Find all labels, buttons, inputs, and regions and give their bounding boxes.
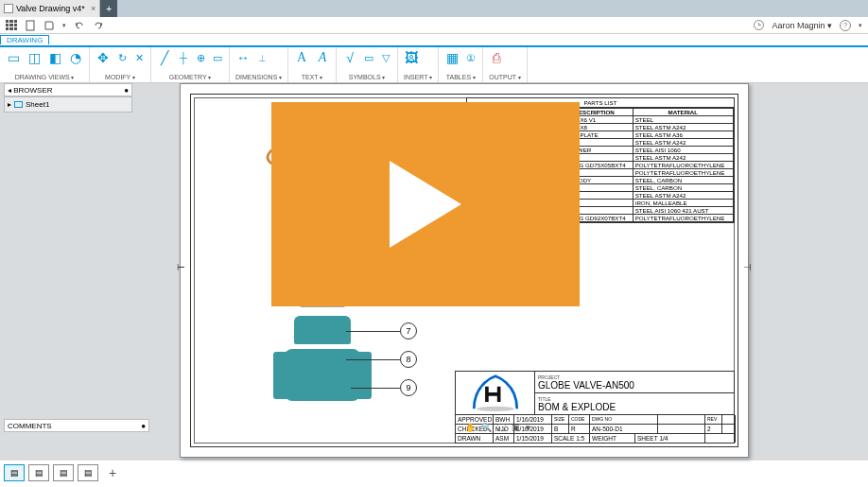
data-panel-icon[interactable] [6, 20, 17, 31]
title-block[interactable]: PROJECT GLOBE VALVE-AN500 TITLE BOM & EX… [455, 371, 735, 444]
table-cell: IRON, MALLEABLE [633, 200, 733, 207]
group-output: ⎙ OUTPUT [483, 47, 527, 82]
parts-list-header: MATERIAL [633, 109, 733, 116]
detail-view-icon[interactable]: ◔ [68, 49, 83, 66]
context-tab-row: DRAWING [0, 34, 868, 45]
flange-graphic [273, 352, 302, 399]
balloon[interactable]: 7 [400, 322, 417, 339]
nav-dropdown-icon[interactable]: ▾ [526, 423, 530, 432]
group-label[interactable]: DRAWING VIEWS [6, 74, 83, 80]
table-cell: POLYTETRAFLUOROETHYLENE [633, 169, 733, 177]
output-icon[interactable]: ⎙ [489, 49, 504, 66]
rotate-icon[interactable]: ↻ [116, 51, 128, 64]
table-cell: STEEL, CARBON [633, 184, 733, 192]
table-cell: POLYTETRAFLUOROETHYLENE [633, 162, 733, 169]
surface-icon[interactable]: √ [342, 49, 357, 66]
zoom-icon[interactable]: 🔍 [481, 423, 492, 432]
table-cell: STEEL [633, 116, 733, 124]
redo-icon[interactable] [93, 20, 104, 31]
pan-icon[interactable]: ✋ [465, 423, 476, 432]
table-cell: STEEL ASTM A36 [633, 131, 733, 139]
node-label: Sheet1 [26, 100, 49, 109]
base-view-icon[interactable]: ▭ [6, 49, 21, 66]
group-drawing-views: ▭ ◫ ◧ ◔ DRAWING VIEWS [0, 47, 90, 82]
centerline-icon[interactable]: ┼ [178, 51, 189, 64]
feature-frame-icon[interactable]: ▭ [363, 51, 374, 64]
fit-icon[interactable]: ▣ [512, 423, 520, 432]
group-tables: ▦ ① TABLES [439, 47, 483, 82]
balloon[interactable]: 9 [400, 379, 417, 396]
comments-collapse-icon[interactable]: ● [141, 422, 146, 430]
video-play-overlay[interactable] [271, 102, 580, 306]
group-dimensions: ↔ ⟂ DIMENSIONS [230, 47, 288, 82]
title-bar: Valve Drawing v4* × + [0, 0, 868, 17]
table-cell: STEEL ASTM A242 [633, 139, 733, 147]
ordinate-icon[interactable]: ⟂ [256, 51, 268, 64]
group-label[interactable]: OUTPUT [489, 74, 520, 80]
svg-rect-0 [26, 21, 34, 30]
company-logo [456, 372, 535, 414]
document-title: Valve Drawing v4* [16, 4, 85, 13]
table-icon[interactable]: ▦ [444, 49, 460, 66]
sheet-thumb-3[interactable]: ▤ [53, 464, 74, 481]
line-icon[interactable]: ╱ [157, 49, 172, 66]
sheet-thumb-2[interactable]: ▤ [28, 464, 49, 481]
add-sheet-button[interactable]: + [102, 464, 123, 481]
new-tab-button[interactable]: + [100, 0, 117, 17]
balloon-icon[interactable]: ① [465, 51, 477, 64]
clock-icon[interactable] [754, 20, 764, 30]
context-tab-drawing[interactable]: DRAWING [0, 35, 49, 44]
save-icon[interactable] [43, 20, 55, 31]
quick-access-bar: ▾ Aaron Magnin ▾ ? ▾ [0, 17, 868, 34]
browser-header[interactable]: ◂ BROWSER ● [4, 83, 132, 96]
bonnet-graphic [294, 316, 351, 344]
balloon[interactable]: 8 [400, 351, 417, 368]
leader-text-icon[interactable]: A [315, 49, 330, 66]
text-icon[interactable]: A [294, 49, 309, 66]
sheet-thumb-1[interactable]: ▤ [4, 464, 25, 481]
group-label[interactable]: SYMBOLS [342, 74, 391, 80]
zoom-window-icon[interactable]: ⛶ [497, 423, 506, 432]
delete-icon[interactable]: ✕ [133, 51, 145, 64]
section-mark-left: ⊢ [177, 262, 185, 272]
undo-icon[interactable] [74, 20, 85, 31]
titleblock-row-drawn: DRAWNASM1/15/2019 SCALE 1:5 WEIGHT SHEET… [456, 434, 734, 443]
ribbon-toolbar: ▭ ◫ ◧ ◔ DRAWING VIEWS ✥ ↻ ✕ MODIFY ╱ ┼ ⊕… [0, 45, 868, 83]
leader-line [351, 388, 400, 389]
comments-panel[interactable]: COMMENTS ● [4, 419, 149, 432]
group-label[interactable]: MODIFY [95, 74, 145, 80]
projected-view-icon[interactable]: ◫ [26, 49, 42, 66]
centermark-icon[interactable]: ⊕ [195, 51, 206, 64]
help-dropdown-icon[interactable]: ▾ [859, 22, 862, 29]
browser-collapse-icon[interactable]: ● [124, 86, 129, 95]
sheet-thumb-4[interactable]: ▤ [78, 464, 98, 481]
help-icon[interactable]: ? [840, 20, 851, 31]
group-label[interactable]: DIMENSIONS [235, 74, 282, 80]
comments-label: COMMENTS [8, 422, 52, 430]
expand-icon[interactable]: ▸ [8, 100, 11, 109]
table-cell: STEEL, CARBON [633, 177, 733, 184]
close-tab-icon[interactable]: × [91, 4, 95, 13]
group-label[interactable]: TABLES [444, 74, 477, 80]
document-icon [4, 4, 13, 13]
file-icon[interactable] [25, 20, 36, 31]
group-modify: ✥ ↻ ✕ MODIFY [90, 47, 151, 82]
user-menu[interactable]: Aaron Magnin ▾ [772, 21, 832, 30]
sheet-icon [14, 101, 23, 108]
sheet-thumbnail-bar: ▤ ▤ ▤ ▤ + [4, 464, 123, 481]
move-icon[interactable]: ✥ [95, 49, 111, 66]
image-icon[interactable]: 🖼 [404, 49, 419, 66]
group-label[interactable]: INSERT [404, 74, 432, 80]
table-cell: STEEL ASTM A242 [633, 192, 733, 200]
group-label[interactable]: GEOMETRY [157, 74, 223, 80]
edge-icon[interactable]: ▭ [212, 51, 223, 64]
section-view-icon[interactable]: ◧ [47, 49, 62, 66]
dimension-icon[interactable]: ↔ [235, 49, 251, 66]
play-icon [390, 161, 461, 248]
browser-node-sheet[interactable]: ▸ Sheet1 [8, 100, 129, 109]
document-tab[interactable]: Valve Drawing v4* × [0, 0, 100, 17]
datum-icon[interactable]: ▽ [380, 51, 391, 64]
group-symbols: √ ▭ ▽ SYMBOLS [337, 47, 398, 82]
save-dropdown-icon[interactable]: ▾ [62, 22, 66, 29]
group-label[interactable]: TEXT [294, 74, 330, 80]
